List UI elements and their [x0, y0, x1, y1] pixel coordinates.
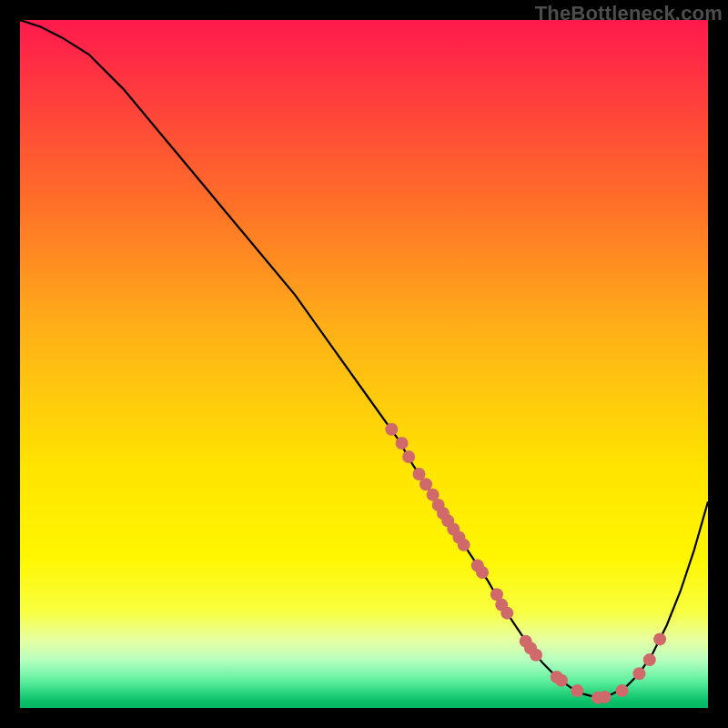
chart-frame: [20, 20, 708, 708]
marker-layer: [385, 423, 666, 704]
bottleneck-curve: [20, 20, 708, 698]
data-point-marker: [632, 667, 645, 680]
data-point-marker: [653, 632, 666, 645]
watermark-text: TheBottleneck.com: [535, 2, 723, 25]
curve-layer: [20, 20, 708, 698]
data-point-marker: [530, 649, 542, 662]
data-point-marker: [555, 674, 568, 687]
data-point-marker: [616, 684, 629, 697]
chart-plot: [20, 20, 708, 708]
data-point-marker: [571, 684, 583, 697]
data-point-marker: [458, 539, 470, 551]
data-point-marker: [396, 437, 409, 450]
data-point-marker: [500, 607, 513, 620]
data-point-marker: [402, 450, 415, 463]
data-point-marker: [476, 566, 489, 579]
data-point-marker: [385, 423, 398, 436]
data-point-marker: [643, 653, 656, 666]
data-point-marker: [599, 691, 612, 703]
